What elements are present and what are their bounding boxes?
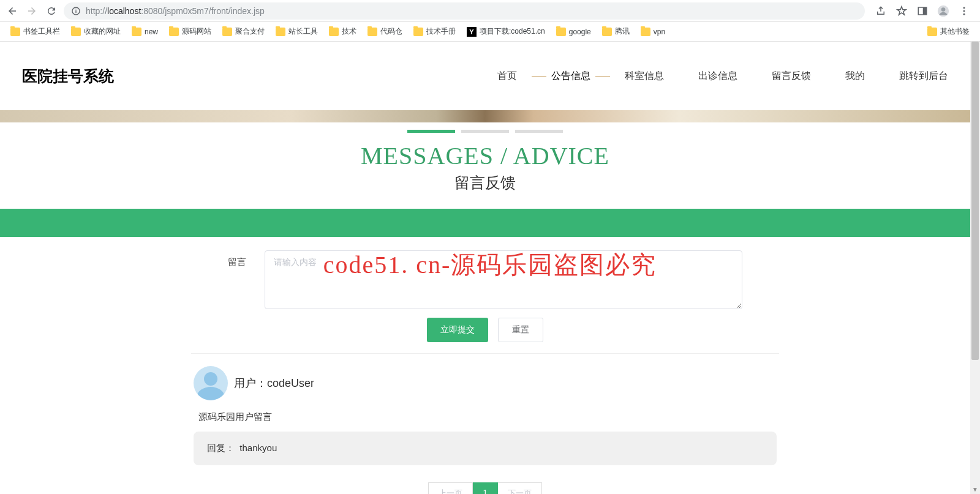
reload-icon [46,6,57,17]
bookmark-label: 代码仓 [380,26,402,37]
bookmark-item[interactable]: 站长工具 [271,24,322,39]
info-icon [71,6,81,16]
page-viewport: 医院挂号系统 首页公告信息科室信息出诊信息留言反馈我的跳转到后台 MESSAGE… [0,42,980,494]
bookmark-label: google [569,28,591,36]
scrollbar[interactable]: ▲ ▼ [970,42,980,494]
green-separator [0,209,970,237]
bookmark-item[interactable]: 收藏的网址 [67,24,125,39]
bookmark-label: 项目下载:code51.cn [480,26,545,37]
bookmark-item[interactable]: 书签工具栏 [6,24,64,39]
user-avatar [194,366,228,400]
section-title-cn: 留言反馈 [0,173,970,193]
bookmark-label: 书签工具栏 [23,26,60,37]
page-prev[interactable]: 上一页 [428,482,473,494]
comment-item: 用户：codeUser 源码乐园用户留言 回复： thankyou [191,366,779,465]
site-header: 医院挂号系统 首页公告信息科室信息出诊信息留言反馈我的跳转到后台 [0,42,970,110]
folder-icon [329,28,339,36]
carousel-dot-1[interactable] [407,130,455,133]
menu-icon[interactable] [958,5,970,17]
bookmark-label: vpn [654,28,665,36]
bookmark-item[interactable]: Y项目下载:code51.cn [462,24,549,39]
bookmark-item[interactable]: 代码仓 [363,24,407,39]
bookmark-label: 腾讯 [615,26,630,37]
bookmark-item[interactable]: 源码网站 [165,24,216,39]
bookmark-other[interactable]: 其他书签 [923,24,974,39]
comment-username: 用户：codeUser [234,376,314,391]
bookmark-item[interactable]: google [552,25,595,39]
reply-box: 回复： thankyou [194,432,777,465]
folder-icon [602,28,612,36]
scrollbar-thumb[interactable] [971,42,979,360]
folder-icon [71,28,81,36]
nav-item[interactable]: 首页 [497,67,517,85]
site-logo: 医院挂号系统 [22,66,114,86]
carousel-dot-2[interactable] [461,130,509,133]
submit-button[interactable]: 立即提交 [427,318,488,342]
folder-icon [556,28,566,36]
bookmark-label: 源码网站 [182,26,211,37]
folder-icon [641,28,650,36]
page-current[interactable]: 1 [473,482,497,494]
bookmark-item[interactable]: 技术手册 [409,24,460,39]
bookmark-label: 站长工具 [288,26,318,37]
folder-icon [10,28,20,36]
bookmark-item[interactable]: 腾讯 [598,24,634,39]
bookmark-item[interactable]: 技术 [325,24,361,39]
pagination: 上一页 1 下一页 [0,482,970,494]
nav-item[interactable]: 我的 [845,67,865,85]
arrow-right-icon [26,6,37,17]
scroll-down-icon[interactable]: ▼ [970,484,980,494]
back-button[interactable] [5,4,20,18]
bookmark-item[interactable]: vpn [636,25,669,39]
bookmark-label: 收藏的网址 [84,26,121,37]
nav-item[interactable]: 留言反馈 [772,67,811,85]
bookmark-label: 其他书签 [940,26,970,37]
carousel-dot-3[interactable] [515,130,563,133]
panel-icon[interactable] [916,5,929,17]
share-icon[interactable] [875,5,887,17]
bookmarks-bar: 书签工具栏收藏的网址new源码网站聚合支付站长工具技术代码仓技术手册Y项目下载:… [0,22,980,42]
section-title: MESSAGES / ADVICE 留言反馈 [0,141,970,193]
browser-toolbar: http://localhost:8080/jspm0x5m7/front/in… [0,0,980,22]
nav-item[interactable]: 科室信息 [625,67,664,85]
svg-point-8 [963,10,965,12]
profile-icon[interactable] [937,5,949,17]
bookmark-star-icon[interactable] [895,5,908,17]
address-bar[interactable]: http://localhost:8080/jspm0x5m7/front/in… [64,2,865,20]
bookmark-label: 技术 [342,26,356,37]
nav-item[interactable]: 出诊信息 [698,67,737,85]
folder-icon [927,28,937,36]
folder-icon [413,28,423,36]
bookmark-label: 技术手册 [426,26,456,37]
svg-rect-4 [923,7,927,15]
section-title-en: MESSAGES / ADVICE [0,141,970,170]
main-nav: 首页公告信息科室信息出诊信息留言反馈我的跳转到后台 [497,67,948,85]
bookmark-item[interactable]: 聚合支付 [218,24,269,39]
arrow-left-icon [7,6,18,17]
toolbar-right [870,5,975,17]
forward-button[interactable] [24,4,39,18]
bookmark-item[interactable]: new [127,25,162,39]
site-icon: Y [467,27,477,37]
folder-icon [222,28,232,36]
folder-icon [276,28,285,36]
banner-image [0,110,970,122]
nav-item[interactable]: 公告信息 [551,67,590,85]
svg-point-6 [941,7,946,12]
svg-rect-2 [75,9,76,9]
comments-list: 用户：codeUser 源码乐园用户留言 回复： thankyou [191,353,779,465]
comment-text: 源码乐园用户留言 [198,411,777,423]
nav-item[interactable]: 跳转到后台 [899,67,948,85]
watermark-text: code51. cn-源码乐园盗图必究 [323,248,657,282]
folder-icon [368,28,377,36]
reset-button[interactable]: 重置 [498,318,543,342]
svg-point-7 [963,7,965,9]
page-next[interactable]: 下一页 [498,482,542,494]
bookmark-label: 聚合支付 [235,26,265,37]
folder-icon [132,28,141,36]
carousel-indicators [0,130,970,133]
form-label-message: 留言 [228,250,252,268]
svg-point-9 [963,13,965,15]
reload-button[interactable] [44,4,59,18]
bookmark-label: new [145,28,158,36]
